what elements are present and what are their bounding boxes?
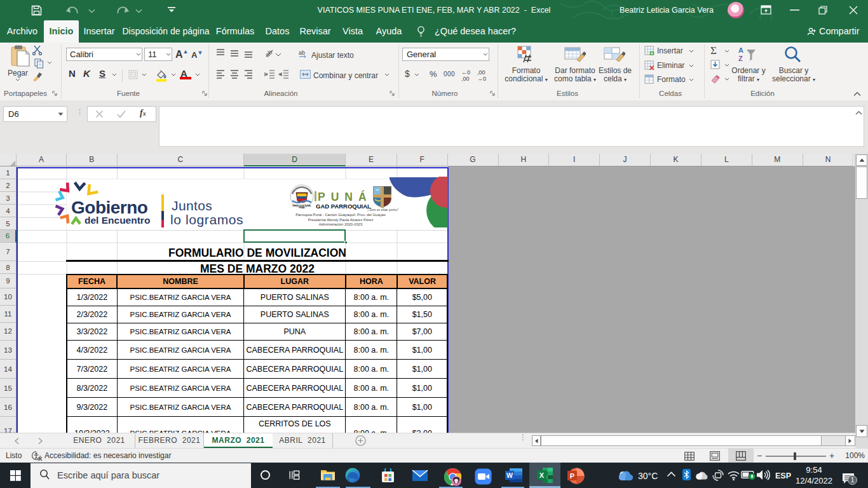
svg-text:Administración 2020-2023: Administración 2020-2023 [319,222,363,226]
svg-text:Z: Z [738,55,743,62]
svg-text:W: W [506,471,513,479]
svg-text:X: X [539,471,545,479]
svg-text:Parroquia Puná - Cantón Guayaq: Parroquia Puná - Cantón Guayaquil- Prov.… [295,213,386,217]
svg-text:Presidenta Wendy Paola Alvarez: Presidenta Wendy Paola Alvarez Pérez [308,218,374,222]
svg-text:ab: ab [264,48,274,58]
svg-text:ab: ab [299,50,305,56]
svg-text:P: P [570,472,574,480]
svg-text:A: A [738,46,743,54]
